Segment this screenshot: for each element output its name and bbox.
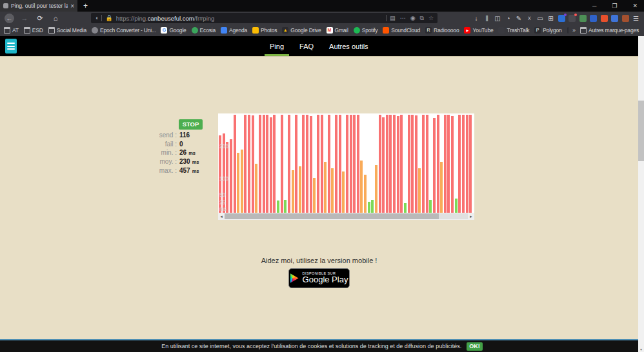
home-button[interactable]: ⌂ — [50, 14, 61, 22]
bookmark-item[interactable]: MGmail — [327, 27, 348, 34]
bookmark-star-icon[interactable]: ☆ — [428, 15, 434, 21]
bookmark-item[interactable]: Agenda — [221, 27, 247, 34]
folder-icon — [48, 27, 55, 34]
ping-bar — [408, 115, 410, 213]
stop-button[interactable]: STOP — [179, 119, 203, 130]
browser-tab[interactable]: Ping, outil pour tester la stabil × — [0, 0, 77, 12]
y-axis-tick: 25 — [219, 199, 225, 206]
edit-icon[interactable]: ✎ — [516, 15, 523, 22]
site-nav-autres-outils[interactable]: Autres outils — [321, 36, 376, 56]
site-nav-ping[interactable]: Ping — [262, 36, 292, 56]
bookmark-item[interactable]: Ecosia — [192, 27, 216, 34]
bookmark-item[interactable]: Epoch Converter - Uni... — [92, 27, 156, 34]
bookmark-label: ESD — [32, 27, 43, 34]
page-actions-icon[interactable]: ⋯ — [400, 15, 406, 21]
extension-monitor-icon[interactable] — [622, 15, 629, 22]
ping-bar — [440, 162, 443, 213]
bookmark-item[interactable]: ESD — [24, 27, 43, 34]
extension-translate-icon[interactable] — [611, 15, 618, 22]
ping-bar — [404, 203, 407, 213]
chart-horizontal-scrollbar[interactable]: ◂ ▸ — [218, 213, 474, 220]
pocket-icon[interactable]: ◉ — [410, 15, 416, 21]
reader-mode-icon[interactable]: ▤ — [390, 15, 396, 21]
stat-value: 457 — [179, 167, 190, 174]
extension-shield-icon[interactable] — [590, 15, 597, 22]
ping-bar — [379, 115, 381, 213]
bookmark-item[interactable]: Spotify — [354, 27, 378, 34]
extension-bitwarden-icon[interactable] — [558, 15, 565, 22]
ping-stats: send :116fail :0min. :26msmoy. :230msmax… — [147, 132, 204, 175]
translate-page-icon[interactable]: ⧉ — [419, 15, 423, 22]
tab-close-icon[interactable]: × — [70, 3, 74, 10]
other-bookmarks-folder[interactable]: Autres marque-pages — [580, 27, 639, 34]
ping-bar — [418, 168, 421, 213]
stat-value: 116 — [179, 132, 190, 139]
google-play-badge[interactable]: DISPONIBLE SUR Google Play — [288, 268, 350, 288]
bookmark-item[interactable]: Social Media — [48, 27, 86, 34]
cookie-ok-button[interactable]: OK! — [467, 342, 483, 351]
folder-icon — [4, 27, 10, 34]
soundcloud-icon — [383, 27, 389, 34]
site-nav-faq[interactable]: FAQ — [292, 36, 321, 56]
extension-dark-icon[interactable] — [569, 15, 576, 22]
bookmark-item[interactable]: Photos — [252, 27, 277, 34]
bookmarks-overflow-chevron-icon[interactable]: » — [572, 27, 576, 34]
header-divider — [0, 56, 644, 57]
extension-video-icon[interactable] — [601, 15, 608, 22]
container-icon[interactable]: ⊞ — [547, 15, 554, 22]
new-tab-button[interactable]: + — [83, 1, 88, 10]
ping-bar — [368, 202, 370, 213]
menu-hamburger-icon[interactable]: ☰ — [632, 15, 639, 22]
page-vertical-scrollbar[interactable]: ▾ — [638, 36, 644, 352]
reload-button[interactable]: ⟳ — [35, 14, 45, 23]
bookmark-item[interactable]: GGoogle — [161, 27, 186, 34]
screenshot-icon[interactable]: ▭ — [537, 15, 544, 22]
sidebar-icon[interactable]: ◫ — [494, 15, 501, 22]
window-minimize-button[interactable]: ─ — [592, 3, 596, 9]
extension-ecosia-icon[interactable] — [579, 15, 587, 22]
bookmark-item[interactable]: ▶YouTube — [464, 27, 493, 34]
window-close-button[interactable]: ✕ — [632, 3, 638, 9]
scrollbar-thumb[interactable] — [225, 213, 439, 219]
window-maximize-button[interactable]: ❐ — [612, 3, 617, 9]
download-icon[interactable]: ↓ — [473, 15, 480, 22]
extension-x-icon[interactable]: ☓ — [526, 15, 533, 22]
bookmark-item[interactable]: ▲Google Drive — [282, 27, 321, 34]
ping-bar — [451, 116, 454, 213]
bookmark-label: Epoch Converter - Uni... — [100, 27, 156, 34]
bookmark-item[interactable]: TrashTalk — [498, 27, 529, 34]
scrollbar-track[interactable] — [225, 213, 468, 219]
library-icon[interactable]: ⫼ — [483, 15, 490, 22]
scroll-left-arrow-icon[interactable]: ◂ — [218, 213, 225, 220]
ping-bar — [429, 200, 432, 213]
url-bar[interactable]: ◖ 🔒 https://ping.canbeuseful.com/fr#ping… — [91, 13, 438, 23]
bookmark-item[interactable]: RRadiooooo — [425, 27, 459, 34]
vertical-scrollbar-thumb[interactable] — [638, 101, 644, 161]
back-button[interactable]: ← — [5, 14, 14, 23]
site-menu-button[interactable] — [5, 39, 17, 54]
bookmark-label: Google — [169, 27, 186, 34]
stat-row: max. :457ms — [147, 167, 204, 176]
bookmark-label: Gmail — [335, 27, 348, 34]
url-text[interactable]: https://ping.canbeuseful.com/fr#ping — [116, 15, 383, 22]
ping-bar — [350, 115, 352, 213]
stat-value: 26 — [179, 149, 186, 156]
ping-bar — [295, 115, 297, 213]
ping-bar — [259, 115, 261, 213]
spotify-icon — [354, 27, 360, 34]
bookmark-item[interactable]: PPolygon — [534, 27, 561, 34]
account-icon[interactable]: ◔ — [505, 15, 512, 22]
ping-bar — [364, 175, 367, 213]
forward-button[interactable]: → — [19, 14, 30, 22]
stat-row: min. :26ms — [147, 149, 204, 158]
y-axis-tick: 200 — [219, 143, 228, 150]
bookmark-item[interactable]: SoundCloud — [383, 27, 420, 34]
tracking-protection-shield-icon[interactable]: ◖ — [95, 15, 98, 21]
scroll-down-arrow-icon[interactable]: ▾ — [638, 347, 644, 351]
bookmark-item[interactable]: AT — [4, 27, 19, 34]
agenda-icon — [221, 27, 227, 34]
scroll-right-arrow-icon[interactable]: ▸ — [468, 213, 474, 220]
bookmark-label: SoundCloud — [391, 27, 420, 34]
ping-bar — [273, 115, 276, 213]
ping-chart: 2001005025ms ◂ ▸ — [218, 113, 474, 220]
